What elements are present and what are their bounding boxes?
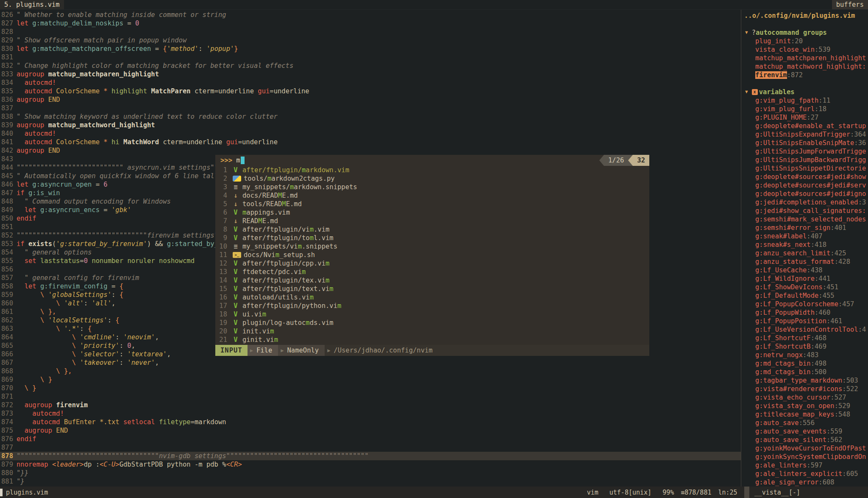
code-line[interactable]: 868 \ },	[0, 367, 741, 375]
code-line[interactable]: 837	[0, 104, 741, 112]
code-line[interactable]: 878""""""""""""""""""""""""""""""""""""n…	[0, 452, 741, 460]
file-result-item[interactable]: 2tools/markdown2ctags.py	[215, 174, 649, 183]
tag-item[interactable]: g:Lf_ShortcutF:468	[741, 334, 868, 342]
tag-item[interactable]: g:vista#renderer#icons:522	[741, 385, 868, 393]
code-line[interactable]: 875 augroup END	[0, 426, 741, 435]
tag-item[interactable]: g:Lf_ShortcutB:469	[741, 342, 868, 351]
tag-item[interactable]: g:md_ctags_bin:500	[741, 368, 868, 376]
tag-item[interactable]: g:anzu_status_format:428	[741, 257, 868, 266]
tag-item[interactable]: g:auto_save_events:559	[741, 427, 868, 436]
code-line[interactable]: 869 \ }	[0, 375, 741, 384]
tag-item[interactable]: g:Lf_PopupPosition:461	[741, 317, 868, 325]
tag-item[interactable]: g:ale_linters:597	[741, 461, 868, 470]
file-result-item[interactable]: 21Vginit.vim	[215, 336, 649, 344]
file-result-item[interactable]: 8Vafter/ftplugin/vim.vim	[215, 225, 649, 234]
code-line[interactable]: 871	[0, 392, 741, 401]
code-line[interactable]: 833augroup matchup_matchparen_highlight	[0, 70, 741, 78]
code-line[interactable]: 874 autocmd BufEnter *.txt setlocal file…	[0, 418, 741, 426]
tag-item[interactable]: plug_init:20	[741, 37, 868, 45]
code-line[interactable]: 841 autocmd ColorScheme * hi MatchWord c…	[0, 138, 741, 146]
code-line[interactable]: 880"}}	[0, 469, 741, 477]
tag-item[interactable]: g:auto_save_silent:562	[741, 436, 868, 444]
editor-pane[interactable]: 826" Whether to enable matching inside c…	[0, 10, 741, 487]
code-line[interactable]: 838" Show matching keyword as underlined…	[0, 112, 741, 121]
file-result-item[interactable]: 7↓README.md	[215, 217, 649, 225]
tag-item[interactable]: g:deoplete#enable_at_startup	[741, 122, 868, 130]
file-result-item[interactable]: 16Vautoload/utils.vim	[215, 293, 649, 302]
file-result-item[interactable]: 20Vinit.vim	[215, 327, 649, 336]
tag-item[interactable]: g:Lf_PopupWidth:460	[741, 308, 868, 317]
tag-item[interactable]: g:anzu_search_limit:425	[741, 249, 868, 257]
tag-item[interactable]: g:UltiSnipsJumpForwardTrigge	[741, 147, 868, 156]
tag-item[interactable]: g:netrw_nogx:483	[741, 351, 868, 359]
tag-item[interactable]: g:vim_plug_furl:18	[741, 105, 868, 113]
tag-item[interactable]: g:UltiSnipsSnippetDirectorie	[741, 164, 868, 173]
code-line[interactable]: 834 autocmd!	[0, 78, 741, 87]
code-line[interactable]: 828	[0, 28, 741, 36]
tag-item[interactable]: matchup_matchword_highlight:	[741, 62, 868, 71]
tag-item[interactable]: g:jedi#show_call_signatures:	[741, 207, 868, 215]
tag-item[interactable]: g:ale_sign_error:608	[741, 478, 868, 487]
file-result-item[interactable]: 12Vafter/ftplugin/cpp.vim	[215, 259, 649, 268]
tag-item[interactable]: matchup_matchparen_highlight	[741, 54, 868, 62]
chevron-down-icon[interactable]: ▼	[745, 28, 748, 37]
tag-item[interactable]: firenvim:872	[741, 71, 868, 79]
tag-item[interactable]: g:Lf_PopupColorscheme:457	[741, 300, 868, 308]
tag-item[interactable]: g:vim_plug_fpath:11	[741, 96, 868, 105]
tag-item[interactable]: g:Lf_UseCache:438	[741, 266, 868, 274]
tag-item[interactable]: g:auto_save:556	[741, 419, 868, 427]
file-result-item[interactable]: 10≡my_snippets/vim.snippets	[215, 242, 649, 251]
file-result-item[interactable]: 3≡my_snippets/markdown.snippets	[215, 183, 649, 191]
tag-item[interactable]: g:vista_echo_cursor:527	[741, 393, 868, 402]
chevron-down-icon[interactable]: ▼	[745, 88, 748, 96]
tag-item[interactable]: g:Lf_ShowDevIcons:451	[741, 283, 868, 291]
tag-item[interactable]: g:tagbar_type_markdown:503	[741, 376, 868, 385]
search-query[interactable]: m	[232, 157, 240, 164]
tag-item[interactable]: g:UltiSnipsEnableSnipMate:36	[741, 139, 868, 147]
code-line[interactable]: 870 \ }	[0, 384, 741, 392]
file-result-item[interactable]: 17Vafter/ftplugin/python.vim	[215, 302, 649, 310]
tag-item[interactable]: g:Lf_DefaultMode:455	[741, 291, 868, 300]
tag-item[interactable]: g:sneak#s_next:418	[741, 241, 868, 249]
code-line[interactable]: 827let g:matchup_delim_noskips = 0	[0, 19, 741, 28]
file-result-item[interactable]: 4↓docs/README.md	[215, 191, 649, 200]
code-line[interactable]: 840 autocmd!	[0, 129, 741, 138]
code-line[interactable]: 881"}	[0, 477, 741, 486]
fuzzy-prompt-row[interactable]: >>> m 1/26 32	[215, 155, 649, 166]
code-line[interactable]: 832" Change highlight color of matching …	[0, 62, 741, 70]
code-line[interactable]: 826" Whether to enable matching inside c…	[0, 11, 741, 19]
code-line[interactable]: 835 autocmd ColorScheme * highlight Matc…	[0, 87, 741, 95]
tag-item[interactable]: g:jedi#completions_enabled:3	[741, 198, 868, 207]
sidebar-section-header[interactable]: ▼xvariables	[741, 88, 868, 96]
code-line[interactable]: 836augroup END	[0, 95, 741, 104]
tag-item[interactable]: g:md_ctags_bin:498	[741, 359, 868, 368]
code-line[interactable]: 873 autocmd!	[0, 409, 741, 418]
tag-item[interactable]: g:UltiSnipsExpandTrigger:364	[741, 130, 868, 139]
tag-item[interactable]: g:semshi#error_sign:401	[741, 224, 868, 232]
file-result-item[interactable]: 19Vplugin/log-autocmds.vim	[215, 319, 649, 327]
tag-item[interactable]: g:Lf_UseVersionControlTool:4	[741, 325, 868, 334]
code-line[interactable]: 867 \ 'takeover': 'never',	[0, 358, 741, 367]
sidebar-section-header[interactable]: ▼?autocommand groups	[741, 28, 868, 37]
tag-item[interactable]: g:ale_linters_explicit:605	[741, 470, 868, 478]
tag-item[interactable]: g:yoinkSyncSystemClipboardOn	[741, 453, 868, 461]
file-result-item[interactable]: 9Vafter/ftplugin/toml.vim	[215, 234, 649, 242]
tag-item[interactable]: g:UltiSnipsJumpBackwardTrigg	[741, 156, 868, 164]
tag-item[interactable]: g:Lf_WildIgnore:441	[741, 274, 868, 283]
tag-item[interactable]: vista_close_win:539	[741, 45, 868, 54]
code-line[interactable]: 831	[0, 53, 741, 62]
tag-item[interactable]: g:deoplete#sources#jedi#show	[741, 173, 868, 181]
code-line[interactable]: 830let g:matchup_matchparen_offscreen = …	[0, 45, 741, 53]
code-line[interactable]: 877	[0, 443, 741, 452]
file-result-item[interactable]: 18Vui.vim	[215, 310, 649, 319]
tag-item[interactable]: g:sneak#label:407	[741, 232, 868, 241]
tag-item[interactable]: g:vista_stay_on_open:529	[741, 402, 868, 410]
tag-item[interactable]: g:PLUGIN_HOME:27	[741, 113, 868, 122]
tag-item[interactable]: g:semshi#mark_selected_nodes	[741, 215, 868, 224]
tab-plugins-vim[interactable]: 5. plugins.vim	[0, 0, 64, 9]
tag-item[interactable]: g:yoinkMoveCursorToEndOfPast	[741, 444, 868, 453]
file-result-item[interactable]: 1Vafter/ftplugin/markdown.vim	[215, 166, 649, 174]
code-line[interactable]: 839augroup matchup_matchword_highlight	[0, 121, 741, 129]
code-line[interactable]: 876endif	[0, 435, 741, 443]
file-result-item[interactable]: 14Vafter/ftplugin/tex.vim	[215, 276, 649, 285]
